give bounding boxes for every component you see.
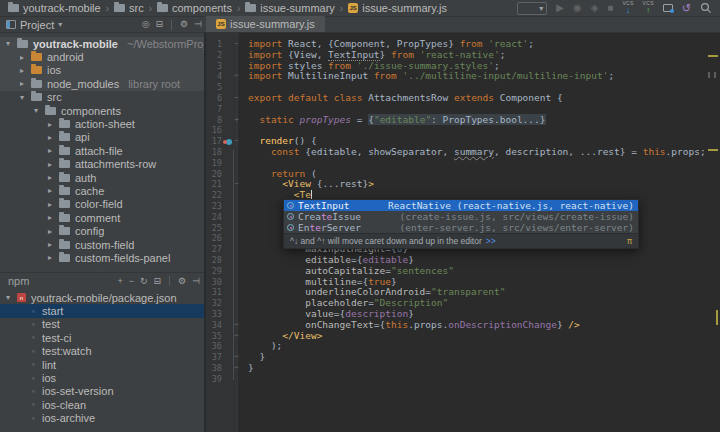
- tree-row[interactable]: ▸ config: [0, 224, 204, 237]
- tree-arrow-icon[interactable]: ▸: [18, 66, 26, 75]
- tree-row[interactable]: ▸ comment: [0, 211, 204, 224]
- add-icon[interactable]: +: [117, 277, 122, 286]
- locate-icon[interactable]: ◎: [142, 20, 150, 29]
- gear-icon[interactable]: ⚙: [180, 20, 188, 29]
- scrollbar-warning-mark[interactable]: [708, 149, 718, 151]
- run-config-dropdown[interactable]: ▾: [517, 2, 547, 15]
- project-tool-window-icon[interactable]: [6, 20, 16, 29]
- fold-marker-icon[interactable]: [232, 255, 241, 266]
- tree-arrow-icon[interactable]: ▸: [46, 186, 54, 195]
- stop-icon[interactable]: ■: [607, 3, 613, 13]
- completion-item[interactable]: TextInput ReactNative (react-native.js, …: [284, 200, 638, 211]
- npm-script-row[interactable]: ◦ ios: [0, 371, 204, 384]
- fold-marker-icon[interactable]: [232, 223, 241, 234]
- code-line[interactable]: 8 + static propTypes = {"editable": Prop…: [206, 115, 720, 126]
- breadcrumb-item[interactable]: JSissue-summary.js: [348, 2, 447, 14]
- tree-row[interactable]: ▸ attach-file: [0, 144, 204, 157]
- fold-marker-icon[interactable]: [232, 201, 241, 212]
- chevron-down-icon[interactable]: ▾: [58, 20, 62, 29]
- fold-marker-icon[interactable]: [232, 158, 241, 169]
- tree-row[interactable]: ▸ action-sheet: [0, 117, 204, 130]
- code-line[interactable]: 38 ⌐ }: [206, 363, 720, 374]
- tree-row[interactable]: ▾ components: [0, 104, 204, 117]
- code-line[interactable]: 39: [206, 374, 720, 385]
- tree-row[interactable]: ▾ youtrack-mobile ~/WebstormProjects/: [0, 37, 204, 50]
- hint-more-link[interactable]: >>: [486, 236, 496, 246]
- tree-arrow-icon[interactable]: ▸: [46, 200, 54, 209]
- tree-arrow-icon[interactable]: ▸: [46, 240, 54, 249]
- tree-arrow-icon[interactable]: ▾: [32, 106, 40, 115]
- tree-row[interactable]: ▸ android: [0, 50, 204, 63]
- npm-script-row[interactable]: ◦ start: [0, 304, 204, 317]
- rollback-icon[interactable]: ↺: [682, 2, 691, 15]
- tree-arrow-icon[interactable]: ▸: [46, 173, 54, 182]
- tree-arrow-icon[interactable]: ▸: [46, 120, 54, 129]
- npm-script-row[interactable]: ◦ ios-clean: [0, 398, 204, 411]
- fold-marker-icon[interactable]: [232, 125, 241, 136]
- gear-icon[interactable]: ⚙: [178, 277, 186, 286]
- code-line[interactable]: 35 ⌐ </View>: [206, 331, 720, 342]
- tree-row[interactable]: ▸ color-field: [0, 198, 204, 211]
- breadcrumb-item[interactable]: src: [114, 2, 144, 14]
- profiler-icon[interactable]: ◈: [591, 3, 599, 13]
- fold-marker-icon[interactable]: [232, 233, 241, 244]
- npm-script-row[interactable]: ◦ test: [0, 318, 204, 331]
- code-line[interactable]: 4 ⌐ import MultilineInput from '../multi…: [206, 71, 720, 82]
- tree-row[interactable]: ▾ src: [0, 91, 204, 104]
- npm-script-row[interactable]: ◦ ios-set-version: [0, 385, 204, 398]
- tree-arrow-icon[interactable]: ▸: [46, 213, 54, 222]
- fold-marker-icon[interactable]: [232, 266, 241, 277]
- tree-row[interactable]: ▸ custom-fields-panel: [0, 251, 204, 264]
- tree-row[interactable]: ▸ attachments-row: [0, 158, 204, 171]
- fold-marker-icon[interactable]: [232, 309, 241, 320]
- run-icon[interactable]: ▶: [556, 3, 564, 13]
- fold-marker-icon[interactable]: ⌐: [232, 71, 241, 82]
- scrollbar-warning-mark[interactable]: [716, 310, 718, 325]
- fold-marker-icon[interactable]: −: [232, 179, 241, 190]
- tree-row[interactable]: ▸ auth: [0, 171, 204, 184]
- code-line[interactable]: 6 − export default class AttachmentsRow …: [206, 93, 720, 104]
- fold-marker-icon[interactable]: −: [232, 93, 241, 104]
- vcs-update-icon[interactable]: VCS ↓: [622, 1, 633, 15]
- fold-marker-icon[interactable]: [232, 147, 241, 158]
- fold-marker-icon[interactable]: ⌐: [232, 331, 241, 342]
- completion-item[interactable]: CreateIssue (create-issue.js, src/views/…: [284, 211, 638, 222]
- fold-marker-icon[interactable]: [232, 82, 241, 93]
- collapse-all-icon[interactable]: ⊟: [156, 20, 164, 29]
- fold-marker-icon[interactable]: ⌐: [232, 363, 241, 374]
- fold-marker-icon[interactable]: [232, 287, 241, 298]
- fold-marker-icon[interactable]: ⌐: [232, 352, 241, 363]
- tree-arrow-icon[interactable]: ▸: [46, 160, 54, 169]
- changes-icon[interactable]: [663, 4, 673, 12]
- tree-arrow-icon[interactable]: ▸: [46, 253, 54, 262]
- scrollbar-thumb[interactable]: [708, 72, 716, 78]
- search-icon[interactable]: [700, 2, 712, 14]
- vcs-commit-icon[interactable]: VCS ↑: [643, 1, 654, 15]
- fold-marker-icon[interactable]: ⌐: [232, 320, 241, 331]
- fold-marker-icon[interactable]: [232, 341, 241, 352]
- npm-script-row[interactable]: ◦ lint: [0, 358, 204, 371]
- tree-arrow-icon[interactable]: ▾: [4, 39, 12, 48]
- fold-marker-icon[interactable]: [232, 190, 241, 201]
- tree-row[interactable]: ▸ ios: [0, 64, 204, 77]
- fold-marker-icon[interactable]: [232, 298, 241, 309]
- fold-marker-icon[interactable]: [232, 50, 241, 61]
- fold-marker-icon[interactable]: +: [232, 115, 241, 126]
- coverage-icon[interactable]: ◉: [573, 3, 582, 13]
- hide-panel-icon[interactable]: ⊣: [192, 277, 200, 286]
- npm-script-row[interactable]: ◦ ios-archive: [0, 412, 204, 425]
- scrollbar-warning-mark[interactable]: [708, 55, 718, 57]
- fold-marker-icon[interactable]: [232, 277, 241, 288]
- breadcrumb-item[interactable]: issue-summary: [245, 2, 335, 14]
- hide-panel-icon[interactable]: ⊣: [194, 20, 202, 29]
- tree-arrow-icon[interactable]: ▸: [46, 146, 54, 155]
- refresh-icon[interactable]: ↻: [140, 277, 148, 286]
- fold-marker-icon[interactable]: [232, 244, 241, 255]
- collapse-all-icon[interactable]: ⊟: [154, 277, 162, 286]
- fold-marker-icon[interactable]: [232, 374, 241, 385]
- tree-row[interactable]: ▸ node_modules library root: [0, 77, 204, 90]
- tree-arrow-icon[interactable]: ▸: [18, 53, 26, 62]
- breadcrumb-item[interactable]: components: [157, 2, 232, 14]
- code-line[interactable]: 37 ⌐ }: [206, 352, 720, 363]
- editor[interactable]: 1 − import React, {Component, PropTypes}…: [206, 33, 720, 432]
